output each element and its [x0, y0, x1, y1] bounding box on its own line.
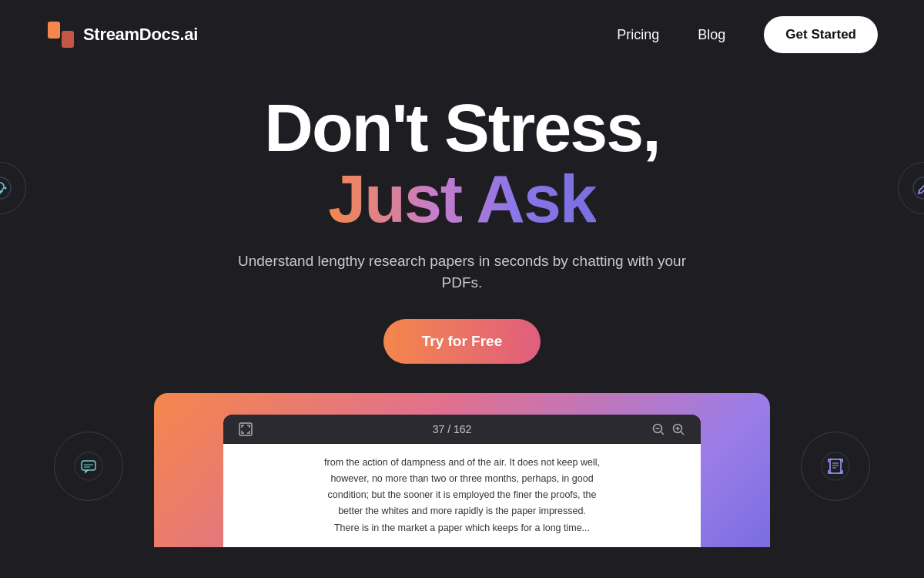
hero-title-line2: Just Ask: [328, 163, 596, 234]
deco-circle-right-top: [898, 162, 924, 214]
pdf-preview-card: 37 / 162: [154, 393, 770, 547]
pdf-viewer: 37 / 162: [223, 415, 701, 547]
pdf-text-line4: better the whites and more rapidly is th…: [239, 503, 685, 519]
deco-circle-left-top: [0, 162, 26, 214]
lightbulb-icon: [0, 163, 25, 213]
svg-rect-13: [830, 459, 841, 473]
deco-circle-left-bottom: [54, 432, 123, 501]
nav-links: Pricing Blog Get Started: [617, 16, 878, 53]
pdf-page-total: 162: [454, 423, 471, 435]
pdf-page-indicator: 37 / 162: [433, 423, 472, 435]
logo-icon: [46, 20, 75, 49]
expand-icon: [239, 422, 253, 436]
svg-point-12: [822, 452, 849, 480]
pdf-text-line1: from the action of dampness and of the a…: [239, 455, 685, 471]
navbar: StreamDocs.ai Pricing Blog Get Started: [0, 0, 924, 69]
try-for-free-button[interactable]: Try for Free: [383, 319, 541, 364]
svg-rect-1: [62, 31, 74, 48]
svg-rect-0: [48, 22, 60, 39]
zoom-in-icon[interactable]: [671, 422, 685, 436]
document-scan-icon: [802, 432, 869, 500]
svg-line-24: [681, 432, 684, 435]
logo[interactable]: StreamDocs.ai: [46, 20, 198, 49]
svg-point-6: [5, 187, 7, 190]
nav-pricing[interactable]: Pricing: [617, 27, 659, 43]
hero-title-line1: Don't Stress,: [264, 92, 659, 163]
svg-line-20: [661, 432, 664, 435]
pdf-zoom-controls: [651, 422, 685, 436]
chat-icon: [55, 432, 122, 500]
pdf-text-line5: There is in the market a paper which kee…: [239, 520, 685, 536]
pdf-text-line3: condition; but the sooner it is employed…: [239, 487, 685, 503]
svg-rect-3: [0, 191, 2, 193]
pdf-content-area: from the action of dampness and of the a…: [223, 444, 701, 547]
deco-circle-right-bottom: [801, 432, 870, 501]
hero-section: Don't Stress, Just Ask Understand length…: [0, 69, 924, 547]
pdf-text-line2: however, no more than two or three month…: [239, 471, 685, 487]
pdf-page-separator: /: [447, 423, 454, 435]
pdf-toolbar-left-icons: [239, 422, 253, 436]
hero-description: Understand lengthy research papers in se…: [223, 250, 701, 294]
logo-text: StreamDocs.ai: [83, 25, 198, 45]
pdf-page-current: 37: [433, 423, 445, 435]
pencil-icon: [899, 163, 924, 213]
svg-rect-9: [82, 461, 95, 470]
get-started-button[interactable]: Get Started: [764, 16, 878, 53]
zoom-out-icon[interactable]: [651, 422, 665, 436]
nav-blog[interactable]: Blog: [698, 27, 725, 43]
svg-point-8: [75, 452, 102, 480]
pdf-toolbar: 37 / 162: [223, 415, 701, 444]
